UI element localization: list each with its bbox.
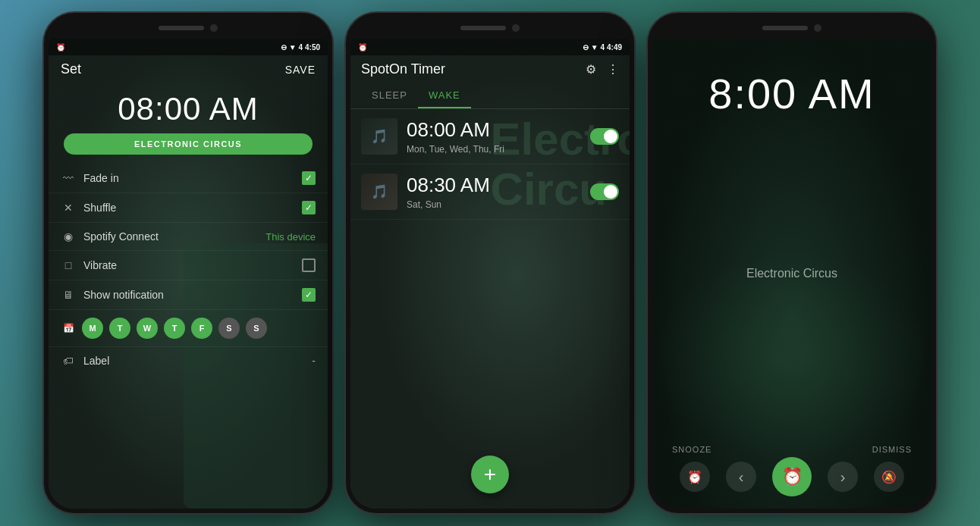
phone-3-screen: 8:00 AM Electronic Circus SNOOZE DISMISS… <box>652 39 931 509</box>
settings-icon[interactable]: ⚙ <box>586 62 596 77</box>
notification-label: Show notification <box>83 289 294 301</box>
spotify-label: Spotify Connect <box>83 230 258 243</box>
next-button[interactable]: › <box>828 462 858 492</box>
alarm-time-display[interactable]: 08:00 AM <box>49 83 328 133</box>
phone-1-signal: ⊖ ▼ 4 <box>281 43 303 52</box>
main-alarm-button[interactable]: ⏰ <box>772 457 812 496</box>
phone-1-camera <box>210 24 218 32</box>
alarm-item-1[interactable]: 🎵 08:00 AM Mon, Tue, Wed, Thu, Fri <box>350 109 630 164</box>
label-row: 🏷 Label - <box>49 347 328 374</box>
phone-1-screen: ⏰ ⊖ ▼ 4 4:50 Set SAVE 08:00 AM ELECTRONI… <box>49 39 328 509</box>
phone-2-time: 4:49 <box>607 43 622 52</box>
phone-2-status-bar: ⏰ ⊖ ▼ 4 4:49 <box>350 39 630 55</box>
phone-2-signal: ⊖ ▼ 4 <box>583 43 605 52</box>
calendar-icon: 📅 <box>61 323 76 333</box>
day-thursday[interactable]: T <box>164 318 185 339</box>
fade-in-row: 〰 Fade in ✓ <box>49 164 328 193</box>
phone-1-speaker <box>159 26 204 30</box>
dismiss-label: DISMISS <box>872 445 912 454</box>
phone-2-camera <box>512 24 520 32</box>
phone-2-screen: ElectroCircu ⏰ ⊖ ▼ 4 4:49 SpotOn Timer <box>350 39 630 509</box>
phone-1-status-bar: ⏰ ⊖ ▼ 4 4:50 <box>49 39 328 55</box>
alarm-1-art: 🎵 <box>361 118 397 155</box>
shuffle-checkbox[interactable]: ✓ <box>302 201 316 214</box>
alarm-bottom-bar: SNOOZE DISMISS ⏰ ‹ ⏰ <box>652 439 931 509</box>
music-button[interactable]: ELECTRONIC CIRCUS <box>64 133 313 155</box>
phone-1-time: 4:50 <box>305 43 320 52</box>
tab-wake[interactable]: WAKE <box>418 83 471 108</box>
alarm-2-days: Sat, Sun <box>407 199 581 210</box>
notification-checkbox[interactable]: ✓ <box>302 288 316 302</box>
phone-2-header: SpotOn Timer ⚙ ⋮ <box>350 55 630 83</box>
dismiss-button[interactable]: 🔕 <box>874 462 904 492</box>
alarm-1-toggle[interactable] <box>590 128 619 145</box>
main-alarm-icon: ⏰ <box>782 467 803 487</box>
phone-1-alarm-icon: ⏰ <box>56 43 65 52</box>
day-sunday[interactable]: S <box>246 318 267 339</box>
day-tuesday[interactable]: T <box>109 318 130 339</box>
phone-1: ⏰ ⊖ ▼ 4 4:50 Set SAVE 08:00 AM ELECTRONI… <box>44 13 332 513</box>
alarm-2-thumbnail: 🎵 <box>361 174 397 210</box>
alarm-controls: ⏰ ‹ ⏰ › 🔕 <box>664 457 919 496</box>
day-wednesday[interactable]: W <box>137 318 158 339</box>
phone-1-title: Set <box>61 61 81 77</box>
alarm-1-thumbnail: 🎵 <box>361 118 397 155</box>
alarm-item-2[interactable]: 🎵 08:30 AM Sat, Sun <box>350 164 630 220</box>
show-notification-row: 🖥 Show notification ✓ <box>49 280 328 310</box>
shuffle-label: Shuffle <box>83 202 294 214</box>
phone-1-top-bar <box>49 17 328 39</box>
prev-icon: ‹ <box>739 468 744 486</box>
phone-3-top-bar <box>652 17 931 39</box>
alarm-ringing-time: 8:00 AM <box>708 69 875 118</box>
alarm-1-info: 08:00 AM Mon, Tue, Wed, Thu, Fri <box>407 118 581 154</box>
alarm-action-labels: SNOOZE DISMISS <box>664 445 919 454</box>
shuffle-icon: ✕ <box>61 202 76 214</box>
alarm-song-name: Electronic Circus <box>746 267 837 280</box>
phone-3: 8:00 AM Electronic Circus SNOOZE DISMISS… <box>648 13 936 513</box>
spotify-connect-row: ◉ Spotify Connect This device <box>49 223 328 251</box>
fade-in-icon: 〰 <box>61 172 76 184</box>
day-saturday[interactable]: S <box>218 318 240 339</box>
shuffle-row: ✕ Shuffle ✓ <box>49 193 328 223</box>
spotify-icon: ◉ <box>61 230 76 243</box>
phone-3-speaker <box>762 26 808 30</box>
menu-icon[interactable]: ⋮ <box>607 62 619 77</box>
days-row: 📅 M T W T F S S <box>49 310 328 347</box>
phone-2: ElectroCircu ⏰ ⊖ ▼ 4 4:49 SpotOn Timer <box>346 13 634 513</box>
vibrate-icon: □ <box>61 259 76 271</box>
prev-button[interactable]: ‹ <box>726 462 756 492</box>
fade-in-label: Fade in <box>83 172 294 184</box>
alarm-2-art: 🎵 <box>361 174 397 210</box>
alarm-1-days: Mon, Tue, Wed, Thu, Fri <box>407 144 581 155</box>
alarm-1-toggle-knob <box>604 130 617 143</box>
vibrate-label: Vibrate <box>83 259 294 271</box>
next-icon: › <box>840 468 846 486</box>
phone-3-camera <box>814 24 821 32</box>
snooze-button[interactable]: ⏰ <box>680 462 710 492</box>
phone-2-title: SpotOn Timer <box>361 61 445 77</box>
tab-sleep[interactable]: SLEEP <box>361 83 418 108</box>
phone-2-alarm-icon: ⏰ <box>358 43 367 52</box>
alarm-2-time: 08:30 AM <box>407 174 581 197</box>
phone-2-top-bar <box>350 17 630 39</box>
day-friday[interactable]: F <box>191 318 212 339</box>
label-text: Label <box>83 355 304 367</box>
vibrate-checkbox[interactable] <box>302 258 316 272</box>
vibrate-row: □ Vibrate <box>49 251 328 280</box>
label-value[interactable]: - <box>312 355 316 367</box>
tabs-bar: SLEEP WAKE <box>350 83 630 109</box>
fade-in-checkbox[interactable]: ✓ <box>302 171 316 185</box>
alarm-1-time: 08:00 AM <box>407 118 581 142</box>
phone-2-speaker <box>460 26 506 30</box>
dismiss-icon: 🔕 <box>881 470 897 484</box>
alarm-2-info: 08:30 AM Sat, Sun <box>407 174 581 209</box>
day-monday[interactable]: M <box>82 318 103 339</box>
notification-icon: 🖥 <box>61 289 76 301</box>
add-alarm-button[interactable]: + <box>471 456 509 493</box>
alarm-2-toggle[interactable] <box>590 183 619 200</box>
phone-2-header-icons: ⚙ ⋮ <box>586 62 619 77</box>
phone-1-save-button[interactable]: SAVE <box>285 64 316 76</box>
snooze-icon: ⏰ <box>687 470 702 484</box>
snooze-label: SNOOZE <box>672 445 711 454</box>
spotify-value[interactable]: This device <box>265 231 316 243</box>
